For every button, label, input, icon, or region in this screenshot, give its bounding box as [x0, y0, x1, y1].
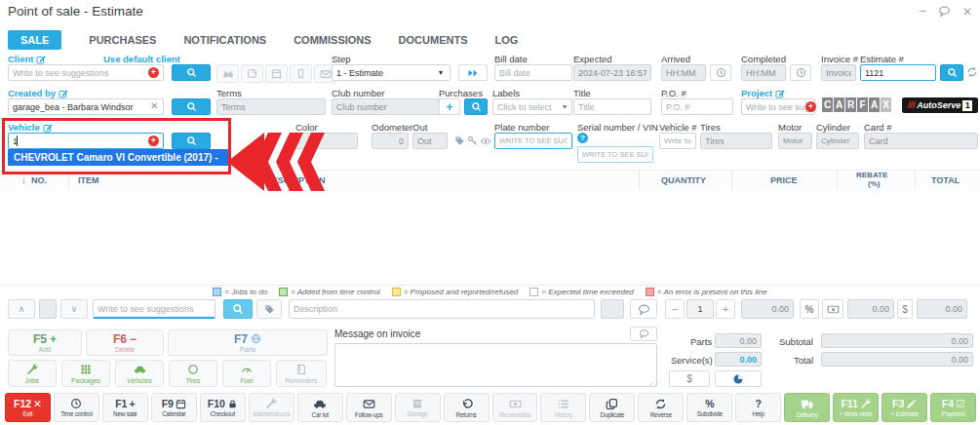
percent-button[interactable]: %: [800, 299, 819, 319]
refresh-icon[interactable]: [966, 66, 978, 78]
item-search-button[interactable]: [223, 299, 253, 319]
tab-sale[interactable]: SALE: [8, 30, 61, 50]
tab-purchases[interactable]: PURCHASES: [89, 34, 156, 46]
qty-plus-button[interactable]: +: [716, 299, 735, 319]
col-no[interactable]: NO.: [31, 175, 47, 185]
use-default-client-link[interactable]: Use default client: [103, 54, 180, 64]
client-input[interactable]: [8, 64, 164, 81]
exit-button[interactable]: F12✕ Exit: [5, 393, 51, 422]
terms-input[interactable]: [216, 98, 326, 115]
follow-ups-button[interactable]: Follow-ups: [346, 393, 392, 422]
completed-input[interactable]: [741, 64, 786, 81]
delivery-button[interactable]: Delivery: [784, 393, 830, 422]
tires-button[interactable]: Tires: [169, 360, 217, 387]
calendar-icon[interactable]: [265, 64, 288, 83]
add-purchase-button[interactable]: +: [439, 98, 460, 115]
pie-chart-button[interactable]: [715, 370, 762, 387]
dollar-button[interactable]: $: [897, 299, 913, 319]
client-search-button[interactable]: [172, 64, 211, 81]
binoculars-icon[interactable]: [216, 64, 239, 83]
project-required-icon[interactable]: +: [805, 101, 816, 112]
qty-minus-button[interactable]: −: [665, 299, 685, 319]
col-description[interactable]: DESCRIPTION: [265, 175, 326, 185]
qty-input[interactable]: [686, 299, 714, 319]
created-by-search-button[interactable]: [172, 98, 211, 115]
estimate-input[interactable]: [860, 64, 936, 81]
expected-input[interactable]: [573, 64, 651, 81]
col-rebate-unit[interactable]: (%): [868, 179, 880, 188]
f7-parts-button[interactable]: F7 Parts: [168, 329, 328, 356]
club-number-input[interactable]: [332, 98, 451, 115]
phone-icon[interactable]: [290, 64, 312, 83]
description-input[interactable]: [289, 299, 595, 319]
vehicle-required-icon[interactable]: +: [148, 135, 159, 146]
title-input[interactable]: [573, 98, 651, 115]
step-select[interactable]: [332, 64, 451, 81]
arrived-clock-button[interactable]: [710, 64, 731, 81]
bill-date-input[interactable]: [494, 64, 572, 81]
tab-log[interactable]: LOG: [495, 34, 519, 46]
rebate-input[interactable]: [847, 299, 894, 319]
chat-icon[interactable]: [938, 5, 951, 18]
edit-icon[interactable]: [775, 89, 785, 98]
message-comment-button[interactable]: [630, 327, 657, 341]
dollar-toggle-button[interactable]: $: [669, 370, 710, 387]
vehicle-suggestion-item[interactable]: CHEVROLET Camaro VI Convertible (2017) -: [8, 149, 231, 166]
move-down-button[interactable]: ∨: [60, 299, 88, 319]
minimize-icon[interactable]: −: [919, 4, 926, 19]
key-icon[interactable]: [467, 135, 478, 146]
card-icon[interactable]: [241, 64, 263, 83]
returns-button[interactable]: Returns: [444, 393, 490, 422]
f6-delete-button[interactable]: F6− Delete: [86, 329, 164, 356]
col-quantity[interactable]: QUANTITY: [661, 175, 706, 185]
vehicle-input[interactable]: [8, 133, 164, 149]
carfax-logo[interactable]: C A R F A X: [822, 97, 891, 112]
color-input[interactable]: [295, 133, 358, 149]
vehicles-button[interactable]: Vehicles: [115, 360, 164, 387]
new-estimate-button[interactable]: F3 + Estimate: [882, 393, 927, 422]
work-order-button[interactable]: F11 + Work order: [833, 393, 879, 422]
new-sale-button[interactable]: F1+ New sale: [102, 393, 148, 422]
reverse-button[interactable]: Reverse: [638, 393, 684, 422]
vin-input[interactable]: [577, 146, 653, 163]
fuel-button[interactable]: Fuel: [222, 360, 271, 387]
jobs-button[interactable]: Jobs: [8, 360, 57, 387]
line-number-box[interactable]: [39, 299, 57, 319]
money-button[interactable]: [822, 299, 843, 319]
autoserve-logo[interactable]: /// AutoServe 1: [902, 97, 978, 113]
tab-notifications[interactable]: NOTIFICATIONS: [183, 34, 266, 46]
time-control-button[interactable]: Time control: [54, 393, 99, 422]
motor-input[interactable]: [778, 133, 812, 149]
help-button[interactable]: ? Help: [735, 393, 781, 422]
checkout-button[interactable]: F10 Checkout: [200, 393, 246, 422]
item-tag-button[interactable]: [256, 299, 282, 319]
estimate-search-button[interactable]: [940, 64, 963, 81]
calendar-button[interactable]: F9 Calendar: [151, 393, 197, 422]
message-textarea[interactable]: [334, 343, 657, 387]
created-by-input[interactable]: [8, 98, 164, 115]
packages-button[interactable]: Packages: [61, 360, 110, 387]
sort-icon[interactable]: ↓: [21, 175, 26, 185]
clear-icon[interactable]: ✕: [150, 100, 158, 111]
tab-commissions[interactable]: COMMISSIONS: [294, 34, 371, 46]
hours-box[interactable]: [601, 299, 624, 319]
resize-handle[interactable]: ⟋⟋: [649, 380, 659, 388]
plate-input[interactable]: [494, 133, 572, 149]
purchases-search-button[interactable]: [464, 98, 488, 115]
col-item[interactable]: ITEM: [78, 175, 99, 185]
edit-icon[interactable]: [36, 55, 46, 64]
duplicate-button[interactable]: Duplicate: [589, 393, 635, 422]
completed-clock-button[interactable]: [790, 64, 811, 81]
labels-select[interactable]: [492, 98, 572, 115]
tires-input[interactable]: [700, 133, 772, 149]
card-input[interactable]: [864, 133, 978, 149]
payment-button[interactable]: F4☑ Payment: [930, 393, 976, 422]
cylinder-input[interactable]: [816, 133, 859, 149]
vin-help-icon[interactable]: ?: [577, 133, 588, 143]
next-step-button[interactable]: [458, 64, 488, 81]
eye-icon[interactable]: [480, 135, 491, 147]
line-total-input[interactable]: [917, 299, 967, 319]
col-price[interactable]: PRICE: [770, 175, 798, 185]
edit-icon[interactable]: [59, 89, 68, 98]
car-lot-button[interactable]: Car lot: [297, 393, 343, 422]
